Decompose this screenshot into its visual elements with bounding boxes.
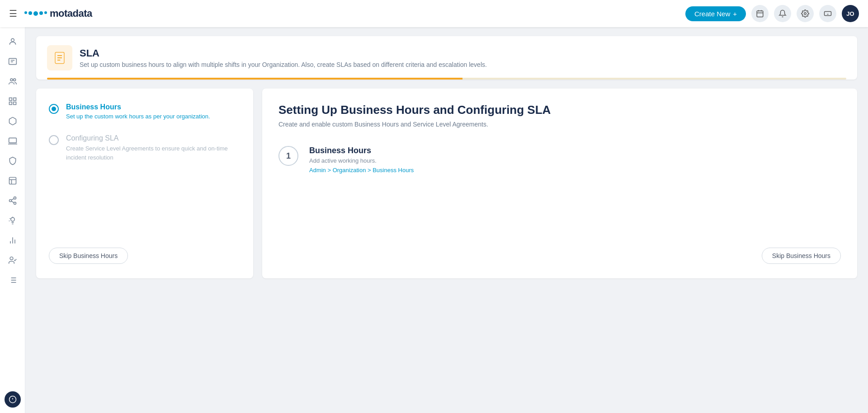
create-new-plus-icon: + bbox=[733, 10, 737, 18]
svg-point-40 bbox=[10, 257, 13, 260]
sidebar-item-chart[interactable] bbox=[4, 231, 22, 249]
logo-dot-5 bbox=[44, 11, 47, 14]
svg-point-28 bbox=[14, 197, 16, 199]
skip-business-hours-button-left[interactable]: Skip Business Hours bbox=[49, 248, 128, 264]
sidebar-item-tickets[interactable] bbox=[4, 52, 22, 70]
bell-icon-button[interactable] bbox=[774, 5, 791, 22]
svg-rect-23 bbox=[9, 138, 16, 143]
logo: motadata bbox=[24, 8, 92, 19]
sla-header-card: SLA Set up custom business hours to alig… bbox=[36, 36, 857, 80]
create-new-label: Create New bbox=[694, 10, 730, 18]
step-info-link-1[interactable]: Admin > Organization > Business Hours bbox=[309, 167, 414, 174]
calendar-icon-button[interactable] bbox=[751, 5, 769, 22]
step-info-title-1: Business Hours bbox=[309, 146, 414, 155]
sidebar-item-box[interactable] bbox=[4, 172, 22, 190]
svg-rect-22 bbox=[13, 102, 16, 105]
svg-line-31 bbox=[11, 201, 14, 202]
sla-description: Set up custom business hours to align wi… bbox=[80, 61, 487, 68]
svg-point-30 bbox=[14, 202, 16, 204]
sidebar-item-agents[interactable] bbox=[4, 33, 22, 51]
svg-rect-0 bbox=[757, 11, 763, 17]
wizard-step-configuring-sla: Configuring SLA Create Service Level Agr… bbox=[49, 134, 241, 162]
svg-point-33 bbox=[10, 217, 14, 221]
skip-business-hours-button-right[interactable]: Skip Business Hours bbox=[762, 248, 841, 264]
top-navigation: ☰ motadata Create New + J bbox=[0, 0, 868, 27]
sidebar-item-user-check[interactable] bbox=[4, 251, 22, 269]
detail-title: Setting Up Business Hours and Configurin… bbox=[278, 103, 841, 117]
step-1-description: Set up the custom work hours as per your… bbox=[66, 113, 210, 120]
sidebar-item-shield[interactable] bbox=[4, 152, 22, 170]
svg-rect-19 bbox=[9, 98, 12, 101]
sla-header-top: SLA Set up custom business hours to alig… bbox=[47, 45, 846, 70]
sla-icon-box bbox=[47, 45, 72, 70]
logo-dots bbox=[24, 11, 47, 16]
cards-row: Business Hours Set up the custom work ho… bbox=[36, 89, 857, 278]
svg-point-17 bbox=[10, 79, 13, 81]
keyboard-icon-button[interactable] bbox=[819, 5, 836, 22]
main-content: SLA Set up custom business hours to alig… bbox=[25, 27, 868, 413]
logo-dot-4 bbox=[39, 11, 43, 15]
sidebar-item-list[interactable] bbox=[4, 271, 22, 289]
svg-rect-21 bbox=[9, 102, 12, 105]
step-info-1: Business Hours Add active working hours.… bbox=[309, 146, 414, 174]
wizard-card: Business Hours Set up the custom work ho… bbox=[36, 89, 253, 278]
sidebar-item-contacts[interactable] bbox=[4, 72, 22, 90]
svg-point-4 bbox=[804, 13, 807, 15]
wizard-step-business-hours: Business Hours Set up the custom work ho… bbox=[49, 103, 241, 120]
gear-icon-button[interactable] bbox=[797, 5, 814, 22]
svg-point-29 bbox=[9, 200, 11, 202]
wizard-footer: Skip Business Hours bbox=[49, 248, 241, 264]
progress-bar-filled bbox=[47, 78, 462, 80]
svg-line-32 bbox=[11, 198, 14, 200]
detail-footer: Skip Business Hours bbox=[278, 248, 841, 264]
progress-bar-empty bbox=[462, 78, 846, 80]
step-2-radio-inactive bbox=[49, 135, 59, 145]
nav-right: Create New + JO bbox=[685, 5, 859, 22]
logo-dot-3 bbox=[33, 11, 38, 16]
svg-line-35 bbox=[9, 218, 10, 219]
svg-point-18 bbox=[13, 79, 15, 81]
user-avatar-button[interactable]: JO bbox=[842, 5, 859, 22]
detail-subtitle: Create and enable custom Business Hours … bbox=[278, 121, 841, 128]
svg-point-13 bbox=[11, 38, 14, 42]
sla-header-text: SLA Set up custom business hours to alig… bbox=[80, 47, 487, 68]
help-circle-button[interactable] bbox=[5, 391, 21, 408]
progress-bar bbox=[47, 78, 846, 80]
logo-dot-1 bbox=[24, 11, 27, 14]
step-2-title: Configuring SLA bbox=[66, 134, 241, 142]
sidebar-item-assets[interactable] bbox=[4, 112, 22, 130]
sidebar-item-dashboard[interactable] bbox=[4, 92, 22, 110]
step-1-content: Business Hours Set up the custom work ho… bbox=[66, 103, 210, 120]
step-2-content: Configuring SLA Create Service Level Agr… bbox=[66, 134, 241, 162]
nav-left: ☰ motadata bbox=[9, 8, 92, 19]
logo-text: motadata bbox=[50, 8, 92, 19]
detail-step-1: 1 Business Hours Add active working hour… bbox=[278, 146, 841, 174]
sidebar bbox=[0, 27, 25, 413]
step-number-1: 1 bbox=[278, 146, 298, 166]
main-layout: SLA Set up custom business hours to alig… bbox=[0, 27, 868, 413]
svg-rect-5 bbox=[825, 12, 831, 16]
step-info-desc-1: Add active working hours. bbox=[309, 157, 414, 164]
logo-dot-2 bbox=[28, 11, 32, 15]
step-2-radio bbox=[49, 135, 59, 145]
step-1-title: Business Hours bbox=[66, 103, 210, 111]
svg-rect-25 bbox=[9, 178, 16, 184]
sidebar-item-lightbulb[interactable] bbox=[4, 211, 22, 230]
hamburger-menu-icon[interactable]: ☰ bbox=[9, 8, 17, 19]
step-1-radio bbox=[49, 104, 59, 114]
step-2-description: Create Service Level Agreements to ensur… bbox=[66, 144, 241, 162]
sidebar-item-laptop[interactable] bbox=[4, 132, 22, 150]
detail-card: Setting Up Business Hours and Configurin… bbox=[262, 89, 857, 278]
sidebar-item-network[interactable] bbox=[4, 192, 22, 210]
create-new-button[interactable]: Create New + bbox=[685, 6, 746, 21]
sla-title: SLA bbox=[80, 47, 487, 59]
step-1-radio-active bbox=[49, 104, 59, 114]
svg-rect-20 bbox=[13, 98, 16, 101]
